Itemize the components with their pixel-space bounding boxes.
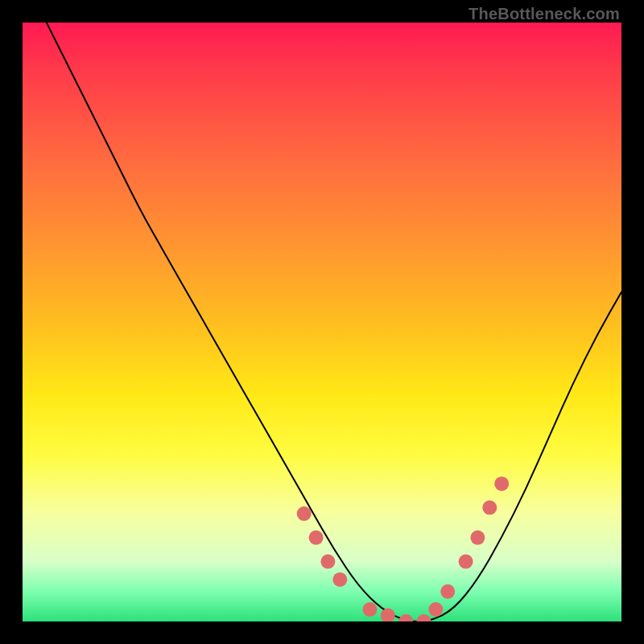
marker-point [428,602,443,617]
attribution-label: TheBottleneck.com [469,5,620,23]
marker-group [297,477,510,621]
marker-point [363,602,378,617]
bottleneck-curve [47,23,621,621]
chart-svg [23,23,621,621]
marker-point [482,501,497,515]
marker-point [309,530,324,545]
chart-frame: TheBottleneck.com [0,0,644,644]
marker-point [417,614,431,621]
marker-point [494,477,509,491]
marker-point [297,506,312,521]
plot-area [23,23,621,621]
marker-point [381,609,395,621]
marker-point [440,584,455,599]
marker-point [470,530,485,545]
marker-point [398,614,413,621]
marker-point [320,555,335,569]
marker-point [459,555,473,569]
marker-point [332,572,347,587]
